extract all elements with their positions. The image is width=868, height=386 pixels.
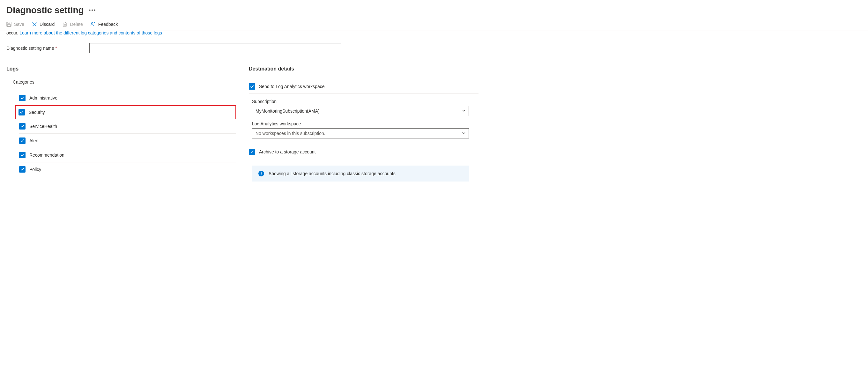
page-title: Diagnostic setting xyxy=(6,5,84,15)
category-item-security: Security xyxy=(15,105,236,119)
category-label: ServiceHealth xyxy=(29,124,57,129)
category-label: Security xyxy=(29,110,45,115)
feedback-button[interactable]: Feedback xyxy=(91,22,118,27)
info-banner: i Showing all storage accounts including… xyxy=(252,166,469,182)
checkbox-recommendation[interactable] xyxy=(19,152,26,158)
page-header: Diagnostic setting ••• xyxy=(0,0,868,18)
category-label: Alert xyxy=(29,138,39,143)
feedback-label: Feedback xyxy=(98,22,118,27)
subscription-label: Subscription xyxy=(252,99,478,104)
info-icon: i xyxy=(258,171,264,176)
dest-archive-label: Archive to a storage account xyxy=(259,149,315,154)
category-item-policy: Policy xyxy=(19,162,236,176)
dest-send-law: Send to Log Analytics workspace xyxy=(249,79,478,94)
workspace-placeholder: No workspaces in this subscription. xyxy=(255,131,326,136)
delete-icon xyxy=(62,22,67,27)
logs-heading: Logs xyxy=(6,66,236,72)
name-label: Diagnostic setting name * xyxy=(6,45,70,51)
category-item-alert: Alert xyxy=(19,134,236,148)
category-label: Policy xyxy=(29,167,41,172)
more-icon[interactable]: ••• xyxy=(89,7,96,13)
discard-icon xyxy=(32,22,37,27)
save-button[interactable]: Save xyxy=(6,22,24,27)
destination-heading: Destination details xyxy=(249,66,478,72)
category-item-servicehealth: ServiceHealth xyxy=(19,119,236,134)
dest-archive: Archive to a storage account xyxy=(249,145,478,159)
diagnostic-setting-name-input[interactable] xyxy=(89,43,341,53)
workspace-field: Log Analytics workspace No workspaces in… xyxy=(252,121,478,138)
intro-link[interactable]: Learn more about the different log categ… xyxy=(20,30,162,35)
workspace-select[interactable]: No workspaces in this subscription. xyxy=(252,128,469,138)
category-list: Administrative Security ServiceHealth xyxy=(19,91,236,176)
svg-rect-1 xyxy=(8,22,10,23)
save-icon xyxy=(6,22,11,27)
dest-send-law-label: Send to Log Analytics workspace xyxy=(259,84,324,89)
intro-text: occur. Learn more about the different lo… xyxy=(6,30,862,35)
category-label: Recommendation xyxy=(29,153,64,158)
destination-column: Destination details Send to Log Analytic… xyxy=(249,66,478,182)
delete-button[interactable]: Delete xyxy=(62,22,83,27)
feedback-icon xyxy=(91,22,96,27)
svg-rect-2 xyxy=(7,25,10,27)
subscription-value: MyMonitoringSubscription(AMA) xyxy=(255,108,320,114)
name-row: Diagnostic setting name * xyxy=(6,43,862,53)
checkbox-servicehealth[interactable] xyxy=(19,123,26,130)
workspace-label: Log Analytics workspace xyxy=(252,121,478,126)
svg-point-13 xyxy=(91,23,93,24)
checkbox-send-law[interactable] xyxy=(249,83,255,90)
content-area: occur. Learn more about the different lo… xyxy=(0,30,868,182)
discard-button[interactable]: Discard xyxy=(32,22,55,27)
required-indicator: * xyxy=(55,45,57,51)
info-text: Showing all storage accounts including c… xyxy=(269,171,396,176)
category-item-administrative: Administrative xyxy=(19,91,236,105)
checkbox-archive[interactable] xyxy=(249,149,255,155)
categories-subheading: Categories xyxy=(13,79,236,85)
discard-label: Discard xyxy=(39,22,55,27)
category-label: Administrative xyxy=(29,95,57,100)
checkbox-policy[interactable] xyxy=(19,166,26,172)
save-label: Save xyxy=(14,22,24,27)
intro-prefix: occur. xyxy=(6,30,20,35)
subscription-select[interactable]: MyMonitoringSubscription(AMA) xyxy=(252,106,469,116)
checkbox-security[interactable] xyxy=(19,109,25,116)
delete-label: Delete xyxy=(70,22,83,27)
subscription-field: Subscription MyMonitoringSubscription(AM… xyxy=(252,99,478,116)
checkbox-administrative[interactable] xyxy=(19,95,26,101)
toolbar: Save Discard Delete xyxy=(0,18,868,31)
checkbox-alert[interactable] xyxy=(19,137,26,144)
logs-column: Logs Categories Administrative Security xyxy=(6,66,236,182)
name-label-text: Diagnostic setting name xyxy=(6,45,54,51)
category-item-recommendation: Recommendation xyxy=(19,148,236,162)
